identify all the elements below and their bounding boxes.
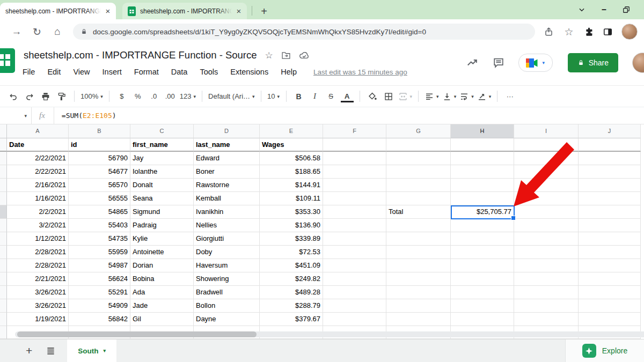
menu-help[interactable]: Help — [281, 68, 297, 76]
row-header-3[interactable] — [0, 165, 7, 179]
formula-input[interactable]: =SUM(E2:E105) — [62, 112, 116, 120]
tab-search-chevron-icon[interactable] — [578, 6, 586, 13]
insights-icon[interactable] — [466, 57, 479, 69]
address-bar[interactable]: docs.google.com/spreadsheets/d/1kiT_Y9yg… — [73, 24, 535, 40]
cell-I4[interactable] — [514, 179, 579, 192]
cell-J13[interactable] — [579, 299, 641, 313]
cell-C13[interactable]: Jade — [130, 299, 194, 313]
font-family-select[interactable]: Default (Ari…▾ — [207, 90, 257, 104]
column-header-G[interactable]: G — [386, 124, 451, 138]
cell-F3[interactable] — [323, 165, 386, 179]
column-header-D[interactable]: D — [194, 124, 260, 138]
column-header-I[interactable]: I — [514, 124, 579, 138]
cell-E6[interactable]: $353.30 — [260, 205, 323, 219]
cell-C14[interactable]: Gil — [130, 313, 194, 326]
row-header-4[interactable] — [0, 179, 7, 192]
row-header-2[interactable] — [0, 152, 7, 165]
cell-C5[interactable]: Seana — [130, 192, 194, 205]
cell-A1[interactable]: Date — [7, 138, 69, 152]
cell-D14[interactable]: Dayne — [194, 313, 260, 326]
cell-A11[interactable]: 2/21/2021 — [7, 272, 69, 286]
fill-handle[interactable] — [511, 216, 516, 220]
browser-tab-1[interactable]: sheetshelp.com - IMPORTRANGE × — [0, 3, 116, 19]
row-header-11[interactable] — [0, 272, 7, 286]
cell-C4[interactable]: Donalt — [130, 179, 194, 192]
cell-A13[interactable]: 3/26/2021 — [7, 299, 69, 313]
cell-G11[interactable] — [386, 272, 451, 286]
column-header-E[interactable]: E — [260, 124, 323, 138]
column-header-A[interactable]: A — [7, 124, 69, 138]
cell-C10[interactable]: Dorian — [130, 259, 194, 272]
cell-F2[interactable] — [323, 152, 386, 165]
cell-D1[interactable]: last_name — [194, 138, 260, 152]
cell-C2[interactable]: Jay — [130, 152, 194, 165]
bold-button[interactable]: B — [291, 90, 307, 104]
cell-D4[interactable]: Rawstorne — [194, 179, 260, 192]
cell-I11[interactable] — [514, 272, 579, 286]
cell-G9[interactable] — [386, 246, 451, 259]
column-header-H[interactable]: H — [451, 124, 514, 138]
cell-J7[interactable] — [579, 219, 641, 232]
cell-G5[interactable] — [386, 192, 451, 205]
format-currency-button[interactable]: $ — [114, 90, 130, 104]
cell-J3[interactable] — [579, 165, 641, 179]
row-header-1[interactable] — [0, 138, 7, 152]
cell-C8[interactable]: Kylie — [130, 232, 194, 246]
cell-A8[interactable]: 1/12/2021 — [7, 232, 69, 246]
cell-G14[interactable] — [386, 313, 451, 326]
cell-D9[interactable]: Doby — [194, 246, 260, 259]
cell-A3[interactable]: 2/22/2021 — [7, 165, 69, 179]
italic-button[interactable]: I — [307, 90, 323, 104]
cell-H6[interactable]: $25,705.77 — [451, 205, 514, 219]
vertical-align-icon[interactable]: ▾ — [441, 90, 458, 104]
cell-B7[interactable]: 55403 — [69, 219, 130, 232]
text-wrap-icon[interactable]: ▾ — [458, 90, 475, 104]
add-sheet-button[interactable]: + — [26, 344, 32, 357]
share-page-icon[interactable] — [544, 27, 554, 37]
cell-C7[interactable]: Padraig — [130, 219, 194, 232]
borders-icon[interactable] — [380, 90, 397, 104]
undo-icon[interactable] — [5, 90, 21, 104]
cell-F4[interactable] — [323, 179, 386, 192]
cell-H5[interactable] — [451, 192, 514, 205]
name-box[interactable]: ▾ — [0, 113, 31, 119]
cell-F14[interactable] — [323, 313, 386, 326]
close-tab-icon[interactable]: × — [103, 6, 113, 16]
side-panel-icon[interactable] — [603, 27, 613, 37]
cell-D11[interactable]: Showering — [194, 272, 260, 286]
bookmark-star-icon[interactable]: ☆ — [562, 26, 575, 38]
cell-C3[interactable]: Iolanthe — [130, 165, 194, 179]
cell-J12[interactable] — [579, 286, 641, 299]
cell-H3[interactable] — [451, 165, 514, 179]
cell-F6[interactable] — [323, 205, 386, 219]
menu-data[interactable]: Data — [171, 68, 188, 76]
fill-color-icon[interactable] — [364, 90, 380, 104]
zoom-select[interactable]: 100%▾ — [79, 90, 105, 104]
cell-G3[interactable] — [386, 165, 451, 179]
row-header-10[interactable] — [0, 259, 7, 272]
cell-C1[interactable]: first_name — [130, 138, 194, 152]
cell-D6[interactable]: Ivanikhin — [194, 205, 260, 219]
cell-I2[interactable] — [514, 152, 579, 165]
text-rotation-icon[interactable]: ▾ — [475, 90, 493, 104]
increase-decimals-button[interactable]: .00 — [162, 90, 178, 104]
select-all-corner[interactable] — [0, 124, 7, 138]
row-header-14[interactable] — [0, 313, 7, 326]
cell-I7[interactable] — [514, 219, 579, 232]
sheets-logo[interactable] — [0, 48, 15, 73]
cell-A4[interactable]: 2/16/2021 — [7, 179, 69, 192]
column-header-F[interactable]: F — [323, 124, 386, 138]
last-edit-link[interactable]: Last edit was 15 minutes ago — [313, 68, 407, 76]
cell-G10[interactable] — [386, 259, 451, 272]
cell-H7[interactable] — [451, 219, 514, 232]
cell-A14[interactable]: 1/19/2021 — [7, 313, 69, 326]
cell-H1[interactable] — [451, 138, 514, 152]
menu-tools[interactable]: Tools — [200, 68, 218, 76]
cell-C12[interactable]: Ada — [130, 286, 194, 299]
cell-E3[interactable]: $188.65 — [260, 165, 323, 179]
cell-H11[interactable] — [451, 272, 514, 286]
cell-A5[interactable]: 1/16/2021 — [7, 192, 69, 205]
row-header-15[interactable] — [0, 326, 7, 339]
cell-E11[interactable]: $249.82 — [260, 272, 323, 286]
row-header-8[interactable] — [0, 232, 7, 246]
